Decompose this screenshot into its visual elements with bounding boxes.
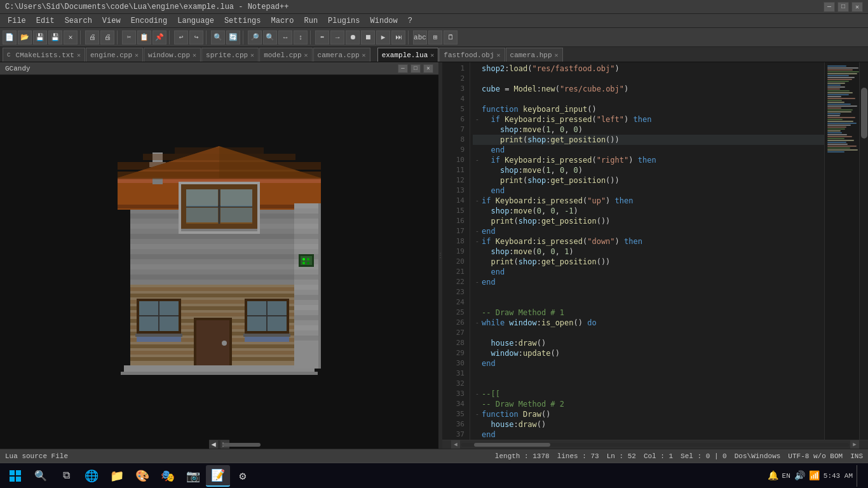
tb-redo[interactable]: ↪ [189,30,203,44]
tb-extra1[interactable]: ⊞ [428,30,442,44]
svg-rect-21 [179,182,181,234]
horizontal-scrollbar[interactable]: ◀ ▶ [442,440,868,449]
tb-wrap[interactable]: ⬌ [315,30,329,44]
taskbar-search[interactable]: 🔍 [28,464,53,487]
tab-model-close[interactable]: ✕ [304,51,308,59]
menu-window[interactable]: Window [365,15,403,27]
minimize-button[interactable]: — [824,2,835,12]
menu-macro[interactable]: Macro [266,15,299,27]
tab-engine-close[interactable]: ✕ [135,51,139,59]
minimap-line [827,75,849,76]
svg-point-76 [307,262,309,264]
tab-camerahpp[interactable]: camera.hpp ✕ [506,48,563,62]
horiz-scroll-track[interactable] [461,443,849,447]
tab-engine[interactable]: engine.cpp ✕ [86,48,143,62]
menu-language[interactable]: Language [172,15,219,27]
tab-sprite[interactable]: sprite.cpp ✕ [201,48,259,62]
horiz-scroll-left[interactable]: ◀ [451,440,460,449]
tb-sync-v[interactable]: ↕ [294,30,308,44]
menu-search[interactable]: Search [60,15,97,27]
scrollbar-thumb[interactable] [861,88,867,139]
left-scroll-thumb[interactable] [222,443,261,447]
tab-camera[interactable]: camera.cpp ✕ [313,48,370,62]
tab-camerahpp-close[interactable]: ✕ [555,51,559,59]
code-text: --[[ [482,389,500,399]
tb-open[interactable]: 📂 [18,30,32,44]
code-content[interactable]: shop2:load("res/fastfood.obj")cube = Mod… [470,62,824,440]
tb-stop[interactable]: ⏹ [361,30,375,44]
menu-edit[interactable]: Edit [31,15,60,27]
taskbar-clock[interactable]: 5:43 AM [824,471,853,480]
menu-run[interactable]: Run [299,15,323,27]
tb-save-all[interactable]: 💾 [48,30,62,44]
tb-new[interactable]: 📄 [3,30,17,44]
maximize-button[interactable]: □ [837,2,849,12]
vertical-scrollbar[interactable] [859,62,868,440]
menu-help[interactable]: ? [403,15,417,27]
tb-paste[interactable]: 📌 [153,30,166,44]
tab-cmake[interactable]: C CMakeLists.txt ✕ [3,48,85,62]
menu-view[interactable]: View [97,15,126,27]
status-ins: INS [850,452,863,460]
tb-run-macro[interactable]: ⏭ [391,30,405,44]
taskbar-notepad[interactable]: 📝 [206,465,230,487]
taskbar-app2[interactable]: 🎭 [155,464,180,487]
tab-example[interactable]: example.lua ✕ [377,48,439,62]
horiz-scroll-right[interactable]: ▶ [850,440,859,449]
taskbar-show-desktop[interactable] [857,465,860,487]
tb-save[interactable]: 💾 [33,30,47,44]
tb-extra2[interactable]: 🗒 [444,30,458,44]
line-numbers: 1234567891011121314151617181920212223242… [442,62,470,440]
gcandy-maximize[interactable]: □ [410,64,421,73]
tb-record[interactable]: ⏺ [346,30,360,44]
minimap-line [827,79,852,80]
minimap-line [827,111,851,112]
tab-window[interactable]: window.cpp ✕ [144,48,201,62]
tb-zoom-out[interactable]: 🔍 [263,30,277,44]
tb-indent[interactable]: → [330,30,344,44]
tab-example-close[interactable]: ✕ [430,51,434,59]
svg-rect-24 [179,231,260,234]
menu-file[interactable]: File [3,15,31,27]
tab-window-close[interactable]: ✕ [193,51,196,59]
taskbar-explorer[interactable]: 📁 [104,464,130,487]
taskbar-edge[interactable]: 🌐 [79,464,104,487]
left-scroll-left[interactable]: ◀ [209,440,218,449]
tab-model[interactable]: model.cpp ✕ [259,48,312,62]
tb-sync-h[interactable]: ↔ [278,30,292,44]
tb-replace[interactable]: 🔄 [226,30,240,44]
code-text: cube = Model:new("res/cube.obj") [482,84,628,94]
tb-close[interactable]: ✕ [64,30,78,44]
start-button[interactable] [3,464,28,487]
code-text: end [482,226,496,236]
tb-print[interactable]: 🖨 [85,30,99,44]
tab-fastfood[interactable]: fastfood.obj ✕ [439,48,505,62]
menu-encoding[interactable]: Encoding [126,15,173,27]
tb-cut[interactable]: ✂ [122,30,136,44]
tab-camera-close[interactable]: ✕ [362,51,366,59]
tab-fastfood-close[interactable]: ✕ [497,51,501,59]
tab-model-label: model.cpp [264,51,301,59]
tab-sprite-close[interactable]: ✕ [250,51,254,59]
tb-find[interactable]: 🔍 [211,30,225,44]
taskbar-task-view[interactable]: ⧉ [53,464,79,487]
code-line: print(shop:get_position()) [473,135,824,145]
code-text: shop2:load("res/fastfood.obj") [482,64,620,74]
close-button[interactable]: ✕ [851,2,863,12]
taskbar-app4[interactable]: ⚙ [230,464,255,487]
tb-copy[interactable]: 📋 [137,30,151,44]
gcandy-close[interactable]: ✕ [423,64,433,73]
menu-settings[interactable]: Settings [219,15,266,27]
tb-undo[interactable]: ↩ [174,30,188,44]
tb-print-now[interactable]: 🖨 [100,30,114,44]
menu-plugins[interactable]: Plugins [323,15,365,27]
horiz-scroll-thumb[interactable] [474,443,550,447]
tb-spell[interactable]: abc [413,30,427,44]
tab-cmake-close[interactable]: ✕ [77,51,81,59]
taskbar-app1[interactable]: 🎨 [130,464,155,487]
tb-play[interactable]: ▶ [376,30,390,44]
gcandy-minimize[interactable]: — [398,64,408,73]
code-line: print(shop:get_position()) [473,257,824,267]
taskbar-app3[interactable]: 📷 [180,464,206,487]
tb-zoom-in[interactable]: 🔎 [248,30,262,44]
